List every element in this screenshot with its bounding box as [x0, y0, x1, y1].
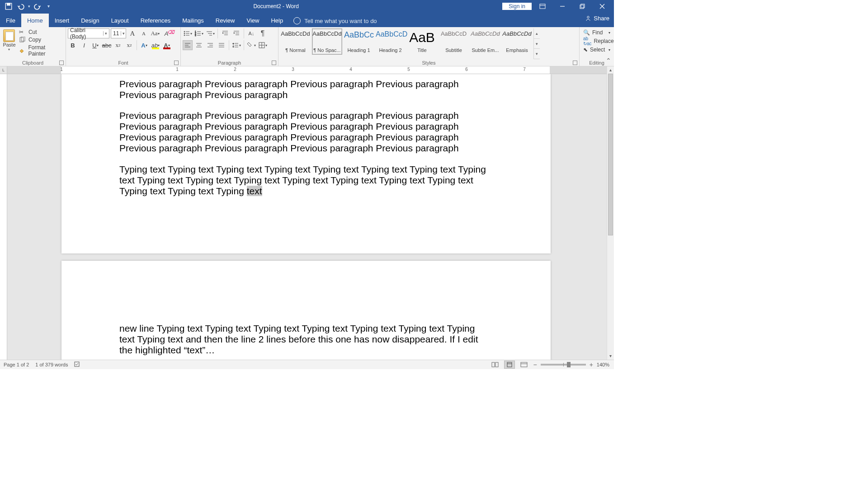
page-1[interactable]: Previous paragraph Previous paragraph Pr… — [61, 74, 551, 253]
paragraph-dialog-launcher[interactable] — [272, 61, 276, 65]
maximize-icon[interactable] — [573, 0, 591, 12]
tab-mailings[interactable]: Mailings — [176, 14, 210, 27]
tab-insert[interactable]: Insert — [49, 14, 75, 27]
borders-button[interactable]: ▾ — [258, 40, 268, 50]
superscript-button[interactable]: x2 — [124, 40, 134, 50]
scroll-up-icon[interactable]: ▴ — [607, 66, 614, 74]
select-button[interactable]: ⬉Select▾ — [583, 47, 610, 53]
copy-button[interactable]: Copy — [18, 36, 64, 43]
close-icon[interactable] — [593, 0, 611, 12]
tab-help[interactable]: Help — [265, 14, 289, 27]
align-center-button[interactable] — [194, 40, 204, 50]
cut-button[interactable]: ✂Cut — [18, 28, 64, 36]
styles-dialog-launcher[interactable] — [573, 61, 577, 65]
tab-references[interactable]: References — [135, 14, 176, 27]
multilevel-list-button[interactable]: ▾ — [205, 28, 215, 38]
styles-scroll-up[interactable]: ▴ — [534, 28, 540, 39]
shrink-font-button[interactable]: A — [139, 28, 149, 38]
undo-icon[interactable] — [16, 2, 24, 10]
increase-indent-button[interactable] — [231, 28, 241, 38]
document-paragraph[interactable]: Typing text Typing text Typing text Typi… — [119, 164, 493, 197]
ruler-horizontal[interactable]: 11234567 — [7, 66, 614, 74]
align-right-button[interactable] — [205, 40, 215, 50]
word-count[interactable]: 1 of 379 words — [35, 362, 68, 367]
print-layout-button[interactable] — [504, 361, 515, 369]
document-paragraph[interactable]: new line Typing text Typing text Typing … — [119, 323, 493, 356]
numbering-button[interactable]: 123▾ — [194, 28, 204, 38]
replace-button[interactable]: ab↻acReplace — [583, 36, 610, 46]
clear-formatting-button[interactable]: A⌫ — [161, 28, 171, 38]
paste-button[interactable]: Paste ▾ — [2, 28, 17, 52]
zoom-level[interactable]: 140% — [597, 362, 609, 367]
paste-dropdown-icon[interactable]: ▾ — [2, 47, 17, 52]
ruler-vertical[interactable] — [0, 74, 7, 360]
highlight-button[interactable]: ab▾ — [151, 40, 160, 50]
grow-font-button[interactable]: A — [127, 28, 137, 38]
share-button[interactable]: Share — [585, 15, 609, 22]
decrease-indent-button[interactable] — [220, 28, 230, 38]
tab-layout[interactable]: Layout — [105, 14, 135, 27]
chevron-down-icon[interactable]: ▾ — [121, 31, 126, 36]
style--normal[interactable]: AaBbCcDd¶ Normal — [280, 28, 311, 55]
read-mode-button[interactable] — [490, 361, 500, 369]
tab-home[interactable]: Home — [21, 14, 49, 27]
redo-icon[interactable] — [34, 2, 42, 10]
vertical-scrollbar[interactable]: ▴ ▾ — [607, 66, 614, 360]
document-paragraph[interactable]: Previous paragraph Previous paragraph Pr… — [119, 79, 493, 100]
style--no-spac-[interactable]: AaBbCcDd¶ No Spac... — [312, 28, 342, 55]
align-left-button[interactable] — [183, 40, 193, 50]
styles-scroll-down[interactable]: ▾ — [534, 39, 540, 49]
clipboard-dialog-launcher[interactable] — [59, 61, 64, 65]
bullets-button[interactable]: ▾ — [183, 28, 193, 38]
style-title[interactable]: AaBTitle — [407, 28, 437, 55]
zoom-out-button[interactable]: − — [533, 361, 537, 368]
justify-button[interactable] — [217, 40, 226, 50]
italic-button[interactable]: I — [79, 40, 89, 50]
zoom-slider[interactable] — [541, 364, 586, 366]
style-subtitle[interactable]: AaBbCcDSubtitle — [439, 28, 469, 55]
ribbon-display-icon[interactable] — [533, 0, 552, 12]
document-paragraph[interactable]: Previous paragraph Previous paragraph Pr… — [119, 110, 493, 154]
tab-review[interactable]: Review — [210, 14, 241, 27]
tell-me-search[interactable]: Tell me what you want to do — [289, 14, 381, 27]
tab-file[interactable]: File — [0, 14, 21, 27]
tab-selector[interactable]: L — [0, 66, 7, 74]
zoom-in-button[interactable]: + — [590, 361, 593, 368]
find-button[interactable]: 🔍Find▾ — [583, 29, 610, 36]
tab-view[interactable]: View — [241, 14, 265, 27]
format-painter-button[interactable]: Format Painter — [18, 44, 64, 57]
style-heading-2[interactable]: AaBbCcDHeading 2 — [375, 28, 406, 55]
sort-button[interactable]: A↓ — [246, 28, 256, 38]
tab-design[interactable]: Design — [75, 14, 105, 27]
save-icon[interactable] — [5, 2, 13, 10]
undo-dropdown-icon[interactable]: ▾ — [28, 4, 30, 9]
subscript-button[interactable]: x2 — [113, 40, 123, 50]
minimize-icon[interactable] — [553, 0, 571, 12]
scroll-down-icon[interactable]: ▾ — [607, 352, 614, 360]
style-emphasis[interactable]: AaBbCcDdEmphasis — [502, 28, 532, 55]
page-2[interactable]: new line Typing text Typing text Typing … — [61, 261, 551, 360]
highlighted-text[interactable]: text — [247, 186, 262, 196]
shading-button[interactable]: ▾ — [246, 40, 256, 50]
bold-button[interactable]: B — [68, 40, 78, 50]
strikethrough-button[interactable]: abc — [102, 40, 112, 50]
change-case-button[interactable]: Aa▾ — [150, 28, 160, 38]
show-marks-button[interactable]: ¶ — [258, 28, 268, 38]
style-heading-1[interactable]: AaBbCcHeading 1 — [344, 28, 374, 55]
scrollbar-thumb[interactable] — [608, 74, 613, 235]
styles-more-icon[interactable]: ▾ — [534, 49, 540, 59]
font-dialog-launcher[interactable] — [174, 61, 179, 65]
font-color-button[interactable]: A▾ — [162, 40, 172, 50]
web-layout-button[interactable] — [519, 361, 529, 369]
line-spacing-button[interactable]: ▾ — [231, 40, 241, 50]
font-size-combo[interactable]: 11▾ — [111, 28, 126, 38]
chevron-down-icon[interactable]: ▾ — [103, 31, 109, 36]
style-subtle-em-[interactable]: AaBbCcDdSubtle Em... — [470, 28, 500, 55]
underline-button[interactable]: U▾ — [90, 40, 100, 50]
text-effects-button[interactable]: A▾ — [139, 40, 149, 50]
font-name-combo[interactable]: Calibri (Body)▾ — [68, 28, 109, 38]
collapse-ribbon-icon[interactable]: ⌃ — [606, 57, 611, 64]
spellcheck-icon[interactable] — [74, 361, 81, 368]
page-count[interactable]: Page 1 of 2 — [4, 362, 29, 367]
signin-button[interactable]: Sign in — [502, 3, 532, 10]
